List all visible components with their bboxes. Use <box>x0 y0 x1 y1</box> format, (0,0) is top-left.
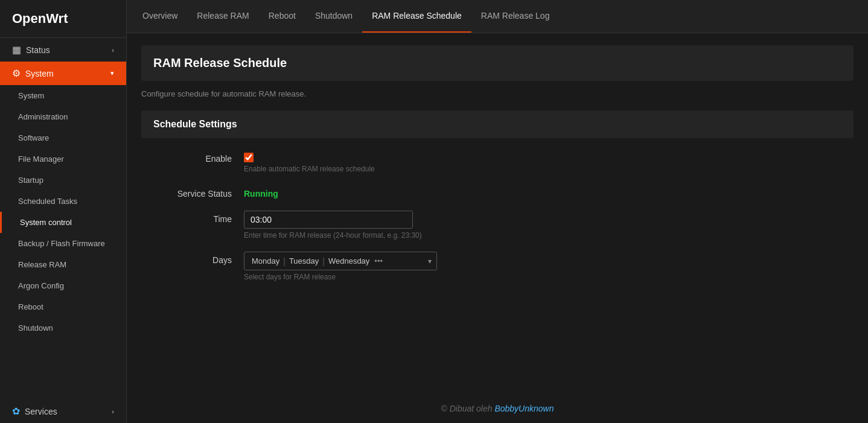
status-arrow-icon: › <box>112 46 114 54</box>
time-label: Time <box>147 211 244 224</box>
days-control: Monday | Tuesday | Wednesday ••• ▾ Selec… <box>244 252 847 281</box>
page-content: RAM Release Schedule Configure schedule … <box>127 33 868 394</box>
sidebar-item-system-control[interactable]: System control <box>0 212 126 233</box>
enable-label: Enable <box>147 150 244 164</box>
sidebar-item-system-label: System <box>25 69 54 78</box>
sidebar-item-system-sub-label: System <box>18 91 44 100</box>
form-row-service-status: Service Status Running <box>141 185 854 199</box>
sidebar-item-reboot-label: Reboot <box>18 302 43 311</box>
tab-shutdown[interactable]: Shutdown <box>305 0 362 33</box>
tab-release-ram[interactable]: Release RAM <box>187 0 258 33</box>
days-select[interactable]: Monday | Tuesday | Wednesday ••• ▾ <box>244 252 437 270</box>
page-header: RAM Release Schedule <box>141 45 854 81</box>
enable-checkbox-wrap <box>244 150 847 162</box>
days-more: ••• <box>374 256 383 266</box>
tab-ram-release-log[interactable]: RAM Release Log <box>471 0 560 33</box>
services-icon: ✿ <box>12 406 20 417</box>
system-arrow-icon: ▾ <box>110 69 114 77</box>
sidebar-item-scheduled-tasks[interactable]: Scheduled Tasks <box>0 191 126 212</box>
sidebar-item-argon-config-label: Argon Config <box>18 281 64 290</box>
sidebar-item-reboot[interactable]: Reboot <box>0 296 126 317</box>
form-row-time: Time 03:00 Enter time for RAM release (2… <box>141 211 854 240</box>
day-tuesday: Tuesday <box>287 255 321 267</box>
day-wednesday: Wednesday <box>326 255 372 267</box>
sidebar-item-services-label: Services <box>25 407 57 416</box>
form-row-days: Days Monday | Tuesday | Wednesday ••• ▾ … <box>141 252 854 281</box>
day-sep-2: | <box>322 256 325 266</box>
time-control: 03:00 Enter time for RAM release (24-hou… <box>244 211 847 240</box>
sidebar-item-system-sub[interactable]: System <box>0 85 126 106</box>
sidebar-item-startup-label: Startup <box>18 176 43 185</box>
sidebar-item-file-manager-label: File Manager <box>18 154 64 164</box>
sidebar-item-argon-config[interactable]: Argon Config <box>0 275 126 296</box>
enable-checkbox[interactable] <box>244 153 254 162</box>
day-monday: Monday <box>249 255 282 267</box>
tab-reboot[interactable]: Reboot <box>259 0 305 33</box>
sidebar-item-status[interactable]: ▦ Status › <box>0 38 126 62</box>
sidebar-item-scheduled-tasks-label: Scheduled Tasks <box>18 197 77 206</box>
day-sep-1: | <box>283 256 286 266</box>
tab-ram-release-schedule[interactable]: RAM Release Schedule <box>362 0 471 33</box>
sidebar-item-system[interactable]: ⚙ System ▾ <box>0 62 126 85</box>
services-arrow-icon: › <box>112 408 114 415</box>
enable-hint: Enable automatic RAM release schedule <box>244 165 847 173</box>
footer-text: © Dibuat oleh <box>441 404 495 413</box>
status-icon: ▦ <box>12 44 21 56</box>
section-header: Schedule Settings <box>141 110 854 138</box>
time-hint: Enter time for RAM release (24-hour form… <box>244 231 847 240</box>
enable-control: Enable automatic RAM release schedule <box>244 150 847 173</box>
service-status-control: Running <box>244 185 847 199</box>
section-title: Schedule Settings <box>153 119 841 130</box>
service-status-label: Service Status <box>147 185 244 199</box>
sidebar-item-release-ram-label: Release RAM <box>18 260 66 269</box>
footer-author-link[interactable]: BobbyUnknown <box>494 404 554 413</box>
page-title: RAM Release Schedule <box>153 56 841 70</box>
footer: © Dibuat oleh BobbyUnknown <box>127 394 868 423</box>
app-logo: OpenWrt <box>0 0 126 38</box>
system-icon: ⚙ <box>12 68 21 79</box>
page-subtitle: Configure schedule for automatic RAM rel… <box>141 89 854 98</box>
sidebar-item-administration[interactable]: Administration <box>0 106 126 127</box>
sidebar: OpenWrt ▦ Status › ⚙ System ▾ System Adm… <box>0 0 127 423</box>
service-status-value: Running <box>244 185 847 199</box>
sidebar-item-file-manager[interactable]: File Manager <box>0 148 126 170</box>
sidebar-item-release-ram[interactable]: Release RAM <box>0 254 126 275</box>
days-label: Days <box>147 252 244 265</box>
days-hint: Select days for RAM release <box>244 273 847 281</box>
tab-bar: Overview Release RAM Reboot Shutdown RAM… <box>127 0 868 33</box>
sidebar-item-system-control-label: System control <box>20 218 72 227</box>
sidebar-item-startup[interactable]: Startup <box>0 170 126 191</box>
sidebar-item-shutdown-label: Shutdown <box>18 323 53 332</box>
sidebar-item-software[interactable]: Software <box>0 127 126 148</box>
time-input[interactable]: 03:00 <box>244 211 413 229</box>
days-dropdown-arrow-icon: ▾ <box>428 257 432 266</box>
sidebar-item-backup-flash-label: Backup / Flash Firmware <box>18 239 105 248</box>
form-row-enable: Enable Enable automatic RAM release sche… <box>141 150 854 173</box>
sidebar-item-backup-flash[interactable]: Backup / Flash Firmware <box>0 233 126 254</box>
sidebar-item-status-label: Status <box>26 45 50 55</box>
main-content: Overview Release RAM Reboot Shutdown RAM… <box>127 0 868 423</box>
sidebar-item-services[interactable]: ✿ Services › <box>0 399 126 423</box>
sidebar-item-administration-label: Administration <box>18 112 68 121</box>
sidebar-item-software-label: Software <box>18 133 49 142</box>
sidebar-item-shutdown[interactable]: Shutdown <box>0 317 126 339</box>
tab-overview[interactable]: Overview <box>133 0 187 33</box>
